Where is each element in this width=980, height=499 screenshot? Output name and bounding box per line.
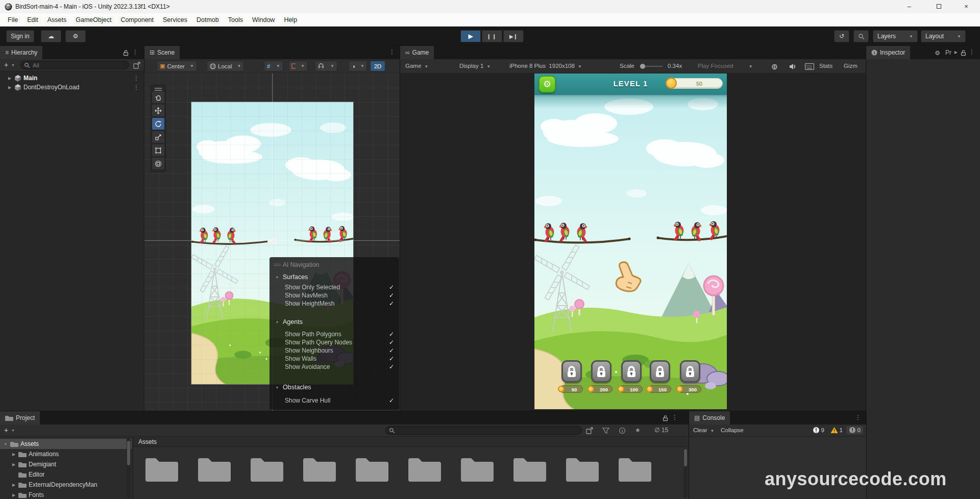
asset-folder-icon[interactable] bbox=[617, 452, 651, 483]
menu-file[interactable]: File bbox=[3, 16, 22, 23]
asset-folder-icon[interactable] bbox=[249, 452, 283, 483]
asset-folder-icon[interactable] bbox=[143, 452, 178, 483]
menu-dotmob[interactable]: Dotmob bbox=[192, 16, 224, 23]
lock-icon[interactable] bbox=[960, 49, 967, 56]
2d-mode-toggle[interactable]: 2D bbox=[370, 61, 385, 71]
undo-history-button[interactable]: ↺ bbox=[834, 30, 849, 42]
toggle-show-path-polygons[interactable]: Show Path Polygons✓ bbox=[285, 331, 394, 338]
expand-arrow-icon[interactable]: ▶ bbox=[11, 462, 16, 467]
section-surfaces[interactable]: ▼Surfaces bbox=[275, 273, 308, 281]
panel-menu-icon[interactable]: ⋮ bbox=[389, 49, 395, 55]
asset-folder-icon[interactable] bbox=[511, 452, 546, 483]
scale-slider-knob[interactable] bbox=[640, 64, 645, 69]
expand-arrow-icon[interactable]: ▶ bbox=[11, 483, 16, 487]
project-tree-animations[interactable]: ▶ Animations bbox=[0, 449, 132, 459]
toggle-show-only-selected[interactable]: Show Only Selected✓ bbox=[285, 284, 394, 291]
panel-menu-icon[interactable]: ⋮ bbox=[672, 414, 678, 420]
filter-type-icon[interactable] bbox=[602, 427, 609, 434]
menu-edit[interactable]: Edit bbox=[22, 16, 43, 23]
rotation-mode-dropdown[interactable]: Local▼ bbox=[207, 61, 244, 71]
layout-dropdown[interactable]: Layout▼ bbox=[921, 30, 966, 42]
chevron-down-icon[interactable]: ▼ bbox=[11, 63, 15, 67]
toggle-show-heightmesh[interactable]: Show HeightMesh✓ bbox=[285, 300, 394, 307]
menu-tools[interactable]: Tools bbox=[224, 16, 248, 23]
panel-menu-icon[interactable]: ⋮ bbox=[969, 49, 975, 55]
locked-slot-button[interactable] bbox=[561, 360, 582, 383]
panel-menu-icon[interactable]: ⋮ bbox=[855, 414, 861, 420]
stats-button[interactable]: Stats bbox=[819, 63, 832, 69]
asset-folder-icon[interactable] bbox=[301, 452, 336, 483]
play-button[interactable]: ▶ bbox=[460, 30, 481, 42]
section-obstacles[interactable]: ▼Obstacles bbox=[275, 384, 311, 391]
search-picker-icon[interactable] bbox=[133, 62, 140, 69]
info-icon[interactable]: i bbox=[619, 427, 626, 434]
project-tree-assets[interactable]: ▼ Assets bbox=[0, 439, 132, 449]
hierarchy-search-input[interactable] bbox=[33, 62, 126, 68]
project-search[interactable] bbox=[385, 426, 582, 435]
project-tree-scrollbar[interactable] bbox=[127, 438, 131, 498]
breadcrumb[interactable]: Assets bbox=[133, 437, 689, 447]
layers-dropdown[interactable]: Layers▼ bbox=[873, 30, 918, 42]
shading-mode-dropdown[interactable]: ◑▼ bbox=[349, 61, 367, 71]
step-button[interactable]: ▶❙ bbox=[503, 30, 524, 42]
clear-button[interactable]: Clear▼ bbox=[693, 427, 714, 433]
display-dropdown[interactable]: Display 1▼ bbox=[459, 63, 491, 69]
collapse-button[interactable]: Collapse bbox=[721, 427, 744, 433]
tab-scene[interactable]: ⊞Scene bbox=[144, 46, 180, 59]
toggle-show-walls[interactable]: Show Walls✓ bbox=[285, 355, 394, 362]
minimize-button[interactable]: – bbox=[897, 0, 921, 13]
cloud-button[interactable]: ☁ bbox=[41, 30, 61, 42]
expand-arrow-icon[interactable]: ▶ bbox=[7, 85, 12, 90]
project-tree-fonts[interactable]: ▶ Fonts bbox=[0, 490, 132, 499]
hidden-packages-count[interactable]: ∅ 15 bbox=[654, 427, 668, 434]
play-focused-dropdown[interactable]: Play Focused▼ bbox=[698, 63, 753, 69]
locked-slot-button[interactable] bbox=[650, 360, 670, 383]
tab-inspector[interactable]: i Inspector bbox=[866, 46, 910, 59]
maximize-button[interactable] bbox=[927, 0, 950, 13]
lock-icon[interactable] bbox=[662, 415, 669, 421]
menu-component[interactable]: Component bbox=[116, 16, 158, 23]
hierarchy-item-dontdestroyonload[interactable]: ▶ DontDestroyOnLoad ⋮ bbox=[0, 83, 144, 92]
gizmos-dropdown[interactable]: Gizm bbox=[844, 63, 857, 69]
cloud-gizmo-icon[interactable] bbox=[266, 237, 279, 244]
toggle-show-path-query-nodes[interactable]: Show Path Query Nodes✓ bbox=[285, 339, 394, 346]
keyboard-icon[interactable] bbox=[805, 63, 814, 70]
asset-folder-icon[interactable] bbox=[196, 452, 231, 483]
mute-audio-icon[interactable] bbox=[789, 63, 797, 70]
sign-in-button[interactable]: Sign in bbox=[6, 30, 34, 42]
scene-viewport[interactable]: AI Navigation ▼Surfaces Show Only Select… bbox=[144, 73, 400, 411]
menu-gameobject[interactable]: GameObject bbox=[71, 16, 116, 23]
snap-increment-button[interactable]: ▼ bbox=[315, 61, 337, 71]
menu-services[interactable]: Services bbox=[158, 16, 192, 23]
rect-tool[interactable] bbox=[152, 144, 165, 157]
resolution-dropdown[interactable]: iPhone 8 Plus 1920x108▼ bbox=[509, 63, 582, 69]
error-messages-toggle[interactable]: 0 bbox=[846, 426, 863, 434]
item-menu-icon[interactable]: ⋮ bbox=[133, 75, 139, 81]
pause-button[interactable]: ❙❙ bbox=[482, 30, 502, 42]
search-picker-icon[interactable] bbox=[586, 427, 593, 434]
toggle-show-navmesh[interactable]: Show NavMesh✓ bbox=[285, 292, 394, 299]
toggle-show-avoidance[interactable]: Show Avoidance✓ bbox=[285, 363, 394, 370]
tab-overflow-arrow-icon[interactable]: ▶ bbox=[954, 50, 958, 55]
expand-arrow-icon[interactable]: ▶ bbox=[11, 493, 16, 497]
asset-folder-icon[interactable] bbox=[459, 452, 494, 483]
grid-snapping-button[interactable]: #▼ bbox=[264, 61, 283, 71]
project-tree-demigiant[interactable]: ▶ Demigiant bbox=[0, 459, 132, 469]
lock-icon[interactable] bbox=[122, 49, 129, 56]
create-add-button[interactable]: + bbox=[4, 426, 8, 434]
locked-slot-button[interactable] bbox=[621, 360, 642, 383]
scale-tool[interactable] bbox=[152, 131, 165, 143]
debug-bug-icon[interactable] bbox=[771, 63, 778, 70]
project-tree-editor[interactable]: Editor bbox=[0, 469, 132, 480]
item-menu-icon[interactable]: ⋮ bbox=[133, 84, 139, 90]
rotate-tool[interactable] bbox=[152, 117, 165, 130]
move-tool[interactable] bbox=[152, 104, 165, 117]
constrain-proportions-button[interactable]: ▼ bbox=[288, 61, 308, 71]
info-messages-toggle[interactable]: 9 bbox=[813, 427, 824, 434]
panel-menu-icon[interactable]: ⋮ bbox=[132, 49, 138, 55]
view-hand-tool[interactable] bbox=[152, 91, 165, 104]
menu-help[interactable]: Help bbox=[279, 16, 302, 23]
hierarchy-search[interactable] bbox=[20, 61, 129, 69]
locked-slot-button[interactable] bbox=[680, 360, 700, 383]
toggle-show-carve-hull[interactable]: Show Carve Hull✓ bbox=[285, 397, 394, 404]
